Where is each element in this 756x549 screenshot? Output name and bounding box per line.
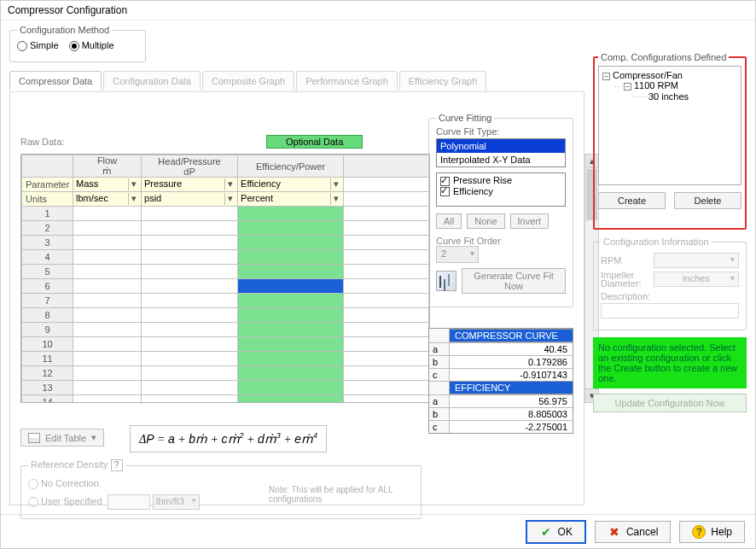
- reference-density-group: Reference Density? No Correction User Sp…: [20, 459, 422, 519]
- tab-compressor-data[interactable]: Compressor Data: [9, 71, 102, 91]
- tabstrip: Compressor Data Configuration Data Compo…: [9, 71, 488, 91]
- btn-invert[interactable]: Invert: [510, 213, 550, 229]
- config-tree[interactable]: –Compressor/Fan ⋯–1100 RPM ⋯⋯30 inches: [598, 66, 741, 185]
- help-button[interactable]: ?Help: [679, 521, 745, 543]
- radio-multiple-label: Multiple: [82, 40, 114, 50]
- pressure-rise-label: Pressure Rise: [453, 175, 512, 185]
- tab-composite-graph[interactable]: Composite Graph: [202, 71, 294, 91]
- tree-root[interactable]: –Compressor/Fan: [602, 70, 737, 80]
- description-label: Description:: [601, 291, 739, 301]
- efficiency-check-label: Efficiency: [453, 186, 493, 196]
- tab-efficiency-graph[interactable]: Efficiency Graph: [399, 71, 487, 91]
- tree-diameter[interactable]: ⋯⋯30 inches: [602, 91, 737, 102]
- tab-performance-graph[interactable]: Performance Graph: [296, 71, 398, 91]
- raw-data-label: Raw Data:: [20, 137, 64, 147]
- density-unit-select: lbm/ft3: [153, 494, 200, 510]
- generate-curve-fit-button[interactable]: Generate Curve Fit Now: [462, 268, 566, 294]
- tab-configuration-data[interactable]: Configuration Data: [103, 71, 201, 91]
- check-icon: ✔: [539, 525, 553, 539]
- update-configuration-button: Update Configuration Now: [593, 394, 747, 412]
- create-button[interactable]: Create: [598, 192, 666, 209]
- help-label: Help: [711, 526, 732, 538]
- config-method-legend: Configuration Method: [17, 25, 112, 35]
- radio-user-specified: User Specified: [28, 496, 102, 506]
- impeller-field: inches: [654, 272, 739, 287]
- tree-rpm-label: 1100 RPM: [634, 80, 678, 91]
- radio-simple-label: Simple: [30, 40, 59, 50]
- fit-type-interpolated[interactable]: Interpolated X-Y Data: [437, 153, 565, 166]
- btn-none[interactable]: None: [467, 213, 504, 229]
- table-icon: [28, 433, 40, 443]
- help-circle-icon: ?: [692, 525, 706, 539]
- equation-display: ΔP = a + bṁ + cṁ2 + dṁ3 + eṁ4: [130, 425, 327, 453]
- radio-multiple[interactable]: Multiple: [69, 40, 114, 51]
- radio-simple[interactable]: Simple: [17, 40, 59, 51]
- tree-root-label: Compressor/Fan: [613, 70, 683, 80]
- tab-page: Raw Data: Optional Data FlowṁHead/Pressu…: [9, 91, 584, 505]
- radio-no-correction: No Correction: [28, 478, 99, 488]
- configuration-info-legend: Configuration Information: [601, 237, 712, 247]
- tree-diameter-label: 30 inches: [648, 91, 689, 102]
- curve-fitting-group: Curve Fitting Curve Fit Type: Polynomial…: [428, 113, 573, 307]
- curve-fit-checks: Pressure Rise Efficiency: [436, 172, 566, 207]
- cancel-button[interactable]: ✖Cancel: [595, 521, 671, 543]
- description-field: [601, 303, 739, 318]
- hint-message: No configuration selected. Select an exi…: [593, 337, 747, 388]
- data-grid[interactable]: FlowṁHead/PressuredPEfficiency/PowerPara…: [20, 154, 430, 403]
- curve-fit-type-label: Curve Fit Type:: [436, 126, 566, 137]
- btn-all[interactable]: All: [436, 213, 462, 229]
- chart-icon: [436, 271, 457, 291]
- reference-density-note: Note: This will be applied for ALL confi…: [269, 485, 405, 504]
- curve-fit-order-select: 2: [436, 246, 479, 263]
- bottom-bar: ✔OK ✖Cancel ?Help: [1, 514, 755, 548]
- configuration-info-group: Configuration Information RPM ImpellerDi…: [593, 237, 747, 330]
- impeller-label-2: Diameter:: [601, 278, 642, 289]
- reference-density-legend: Reference Density: [31, 459, 108, 470]
- density-input: [108, 494, 150, 510]
- compressor-curve-header: COMPRESSOR CURVE: [450, 329, 573, 342]
- check-pressure-rise[interactable]: Pressure Rise: [440, 175, 561, 186]
- efficiency-header: EFFICIENCY: [450, 381, 573, 394]
- edit-table-button[interactable]: Edit Table ▾: [20, 429, 104, 447]
- edit-table-label: Edit Table: [45, 433, 86, 443]
- configurations-defined-group: Comp. Configurations Defined –Compressor…: [593, 52, 747, 230]
- ok-button[interactable]: ✔OK: [526, 520, 586, 544]
- config-method-group: Configuration Method Simple Multiple: [9, 25, 146, 62]
- rpm-field: [654, 253, 739, 268]
- user-specified-label: User Specified: [41, 496, 102, 506]
- delete-button[interactable]: Delete: [674, 192, 741, 209]
- curve-coeff-table: COMPRESSOR CURVE a40.45b0.179286c-0.9107…: [428, 328, 573, 434]
- window-title: Compressor Configuration: [1, 1, 755, 20]
- fit-type-polynomial[interactable]: Polynomial: [437, 139, 565, 153]
- curve-fitting-legend: Curve Fitting: [436, 113, 494, 123]
- close-icon: ✖: [608, 525, 621, 539]
- curve-fit-order-label: Curve Fit Order: [436, 236, 566, 246]
- configurations-defined-legend: Comp. Configurations Defined: [598, 52, 729, 62]
- chevron-down-icon: ▾: [91, 432, 96, 443]
- rpm-label: RPM: [601, 255, 650, 266]
- no-correction-label: No Correction: [41, 478, 99, 488]
- curve-fit-type-list[interactable]: Polynomial Interpolated X-Y Data: [436, 138, 566, 167]
- optional-data-badge: Optional Data: [266, 135, 363, 149]
- ok-label: OK: [558, 526, 573, 538]
- tree-rpm[interactable]: ⋯–1100 RPM: [602, 80, 737, 91]
- check-efficiency[interactable]: Efficiency: [440, 186, 561, 197]
- cancel-label: Cancel: [626, 526, 658, 538]
- help-icon[interactable]: ?: [111, 459, 123, 471]
